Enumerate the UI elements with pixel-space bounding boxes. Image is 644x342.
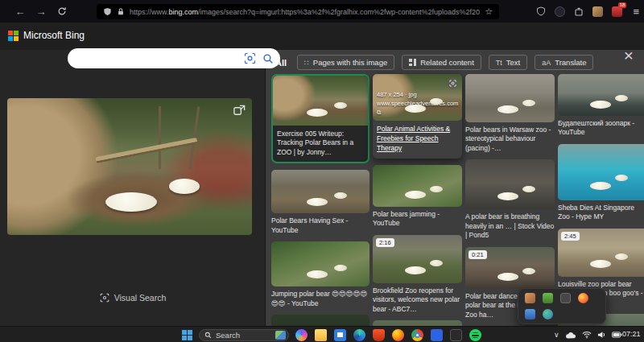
- tab-label: Translate: [555, 58, 586, 67]
- hidden-icons-flyout: [518, 288, 606, 324]
- extension-toolbar: 18 ≡: [536, 0, 639, 23]
- file-explorer-icon[interactable]: [315, 329, 327, 341]
- search-magnifier-icon[interactable]: [262, 53, 274, 64]
- forward-button[interactable]: →: [31, 6, 52, 18]
- image-result-card[interactable]: 2:16Brookfield Zoo reopens for visitors,…: [373, 235, 462, 314]
- image-meta: 487 x 254 · jpgwww.speechieadventures.co…: [377, 91, 462, 117]
- result-link[interactable]: Polar Animal Activities & Freebies for S…: [377, 125, 458, 154]
- result-thumbnail[interactable]: [465, 159, 555, 209]
- spotify-icon[interactable]: [469, 329, 481, 341]
- extensions-puzzle-icon[interactable]: [574, 6, 584, 16]
- wifi-icon[interactable]: [582, 331, 592, 339]
- lock-icon[interactable]: [117, 7, 125, 16]
- polar-bear: [105, 192, 157, 212]
- result-thumbnail[interactable]: [271, 170, 369, 213]
- image-result-card[interactable]: Polar bears jamming - YouTube: [373, 165, 462, 229]
- mail-icon[interactable]: [525, 293, 535, 303]
- results-tabs: All∷Pages with this imageRelated content…: [272, 54, 593, 71]
- open-image-icon[interactable]: [233, 104, 246, 117]
- tab-text[interactable]: TtText: [489, 55, 527, 70]
- search-highlight-icon: [275, 331, 286, 340]
- bing-search-box[interactable]: [68, 48, 280, 68]
- image-result-card[interactable]: Jumping polar bear 😍😍😍😍😍😍😍 - YouTube: [271, 241, 369, 308]
- image-result-partial[interactable]: [271, 315, 369, 326]
- network-globe-icon[interactable]: [543, 309, 553, 319]
- visual-search-camera-icon[interactable]: [244, 52, 256, 64]
- result-thumbnail[interactable]: 2:16: [373, 235, 462, 283]
- result-thumbnail[interactable]: [271, 315, 369, 326]
- tab-label: Pages with this image: [313, 58, 387, 67]
- bing-brand-label: Microsoft Bing: [23, 30, 85, 41]
- image-result-card[interactable]: A polar bear is breathing heavily in an …: [465, 159, 555, 240]
- start-button[interactable]: [182, 330, 192, 340]
- result-thumbnail[interactable]: 487 x 254 · jpgwww.speechieadventures.co…: [373, 74, 462, 121]
- image-result-card[interactable]: Exercise 005 Writeup: Tracking Polar Bea…: [271, 74, 369, 163]
- firefox-icon[interactable]: [578, 293, 588, 303]
- query-image-preview[interactable]: [7, 98, 252, 235]
- taskbar-search[interactable]: Search: [199, 329, 289, 341]
- result-thumbnail[interactable]: [465, 74, 555, 122]
- results-column: Exercise 005 Writeup: Tracking Polar Bea…: [271, 74, 369, 326]
- result-thumbnail[interactable]: 2:45: [558, 229, 644, 277]
- result-caption: Exercise 005 Writeup: Tracking Polar Bea…: [273, 127, 368, 162]
- tab-pages-with-this-image[interactable]: ∷Pages with this image: [297, 55, 394, 70]
- url-text: https://www.bing.com/images/search?q=img…: [130, 8, 480, 16]
- image-result-card[interactable]: Polar bears in Warsaw zoo - stereotypica…: [465, 74, 555, 153]
- reload-button[interactable]: [52, 6, 72, 16]
- visual-search-text: Visual Search: [114, 293, 167, 303]
- windows-app-icon[interactable]: [431, 329, 443, 341]
- visual-search-button[interactable]: Visual Search: [0, 293, 266, 303]
- visual-search-camera-icon[interactable]: [447, 77, 459, 89]
- onedrive-cloud-icon[interactable]: [565, 332, 576, 339]
- firefox-icon[interactable]: [392, 329, 404, 341]
- microsoft-store-icon[interactable]: [334, 329, 346, 341]
- camera-app-icon[interactable]: [560, 293, 571, 303]
- animal-extension-icon[interactable]: [592, 6, 603, 17]
- taskbar-clock[interactable]: 07:21: [622, 330, 641, 338]
- result-caption: Polar bears in Warsaw zoo - stereotypica…: [465, 126, 555, 153]
- image-result-card[interactable]: 487 x 254 · jpgwww.speechieadventures.co…: [373, 74, 462, 159]
- terminal-icon[interactable]: [450, 329, 462, 341]
- result-caption: A polar bear is breathing heavily in an …: [465, 212, 555, 240]
- green-app-icon[interactable]: [543, 293, 553, 303]
- chrome-icon[interactable]: [411, 329, 423, 341]
- dark-extension-icon[interactable]: [555, 6, 565, 17]
- tab-translate[interactable]: aАTranslate: [535, 55, 593, 70]
- volume-icon[interactable]: [597, 331, 606, 339]
- hidden-icons-chevron[interactable]: ∨: [554, 331, 559, 339]
- result-thumbnail[interactable]: [558, 144, 644, 200]
- battery-icon[interactable]: [612, 332, 622, 338]
- translate-icon: aА: [542, 59, 551, 67]
- usb-drive-icon[interactable]: [525, 309, 535, 319]
- url-bar[interactable]: https://www.bing.com/images/search?q=img…: [97, 4, 499, 19]
- tracking-protection-shield-icon[interactable]: [103, 7, 112, 16]
- close-icon[interactable]: ×: [624, 47, 634, 64]
- result-caption: Будапештский зоопарк - YouTube: [558, 119, 644, 138]
- bing-brand[interactable]: Microsoft Bing: [8, 30, 85, 41]
- result-thumbnail[interactable]: [373, 165, 462, 207]
- result-caption: Polar bears jamming - YouTube: [373, 210, 462, 229]
- bing-search-input[interactable]: [77, 54, 244, 64]
- result-thumbnail[interactable]: [273, 76, 368, 126]
- result-thumbnail[interactable]: [373, 320, 462, 326]
- result-thumbnail[interactable]: 0:21: [465, 247, 555, 289]
- tab-related-content[interactable]: Related content: [402, 55, 481, 70]
- result-thumbnail[interactable]: [271, 241, 369, 286]
- image-result-partial[interactable]: [373, 320, 462, 326]
- browser-chrome: ← → https://www.bing.com/images/search?q…: [0, 0, 644, 23]
- image-dimensions: 487 x 254 · jpg: [377, 91, 462, 100]
- adblock-extension-icon[interactable]: 18: [612, 6, 622, 17]
- menu-hamburger-icon[interactable]: ≡: [633, 6, 639, 18]
- result-thumbnail[interactable]: [558, 74, 644, 116]
- duration-badge: 0:21: [469, 250, 487, 259]
- back-button[interactable]: ←: [10, 6, 31, 18]
- results-panel: All∷Pages with this imageRelated content…: [266, 50, 644, 326]
- image-result-card[interactable]: Будапештский зоопарк - YouTube: [558, 74, 644, 138]
- image-result-card[interactable]: Polar Bears Having Sex - YouTube: [271, 170, 369, 235]
- edge-icon[interactable]: [353, 329, 365, 341]
- image-result-card[interactable]: Sheba Dies At Singapore Zoo - Hype MY: [558, 144, 644, 222]
- copilot-icon[interactable]: [295, 329, 308, 341]
- brave-icon[interactable]: [373, 329, 385, 341]
- shield-extension-icon[interactable]: [536, 6, 546, 16]
- bookmark-star-icon[interactable]: ☆: [485, 6, 493, 17]
